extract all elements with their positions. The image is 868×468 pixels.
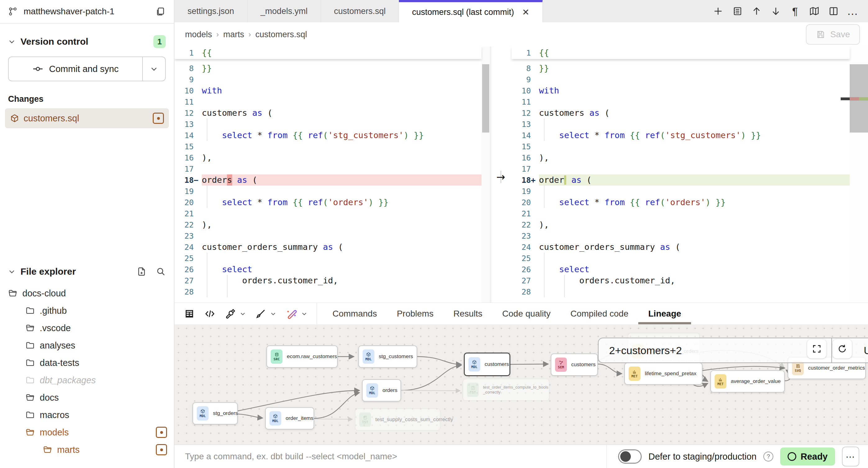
code-line-25[interactable]: 25 — [512, 253, 850, 264]
code-line-9[interactable]: 9 — [512, 74, 850, 85]
panel-tab-compiled-code[interactable]: Compiled code — [560, 303, 638, 324]
help-icon[interactable]: ? — [764, 451, 773, 462]
panel-tab-commands[interactable]: Commands — [322, 303, 387, 324]
panel-tab-problems[interactable]: Problems — [387, 303, 443, 324]
code-line-24[interactable]: 24customer_orders_summary as ( — [175, 242, 482, 253]
breadcrumb-part[interactable]: marts — [223, 30, 244, 39]
code-icon[interactable] — [204, 308, 215, 319]
lineage-canvas[interactable]: SRCecom.raw_customersMDLstg_customersMDL… — [175, 324, 868, 444]
panel-tab-lineage[interactable]: Lineage — [638, 303, 691, 324]
code-line-17[interactable]: 17 — [512, 163, 850, 175]
fullscreen-button[interactable] — [807, 339, 827, 358]
code-line-14[interactable]: 14 select * from {{ ref('stg_customers')… — [512, 130, 850, 141]
code-line-21[interactable]: 21 — [175, 208, 482, 219]
new-tab-icon[interactable] — [711, 4, 725, 18]
code-line-11[interactable]: 11 — [512, 96, 850, 107]
code-line-16[interactable]: 16), — [512, 152, 850, 163]
lineage-node-test-supply-costs[interactable]: TSTtest_supply_costs_sum_correctly — [355, 408, 440, 431]
code-line-18[interactable]: 18−orders as ( — [175, 175, 482, 186]
code-line-15[interactable]: 15 — [512, 141, 850, 152]
code-line-8[interactable]: 8}} — [512, 63, 850, 74]
lineage-node-customers-semantic[interactable]: SEMcustomers — [551, 353, 598, 376]
more-options-icon[interactable]: … — [846, 4, 860, 18]
code-line-12[interactable]: 12customers as ( — [175, 107, 482, 119]
code-line-27[interactable]: 27 orders.customer_id, — [512, 275, 850, 286]
refresh-graph-button[interactable] — [833, 339, 852, 358]
sidebar-item-analyses[interactable]: analyses — [0, 337, 174, 354]
code-line-25[interactable]: 25 — [175, 253, 482, 264]
code-line-23[interactable]: 23 — [175, 230, 482, 242]
commit-options-button[interactable] — [143, 57, 165, 81]
more-actions-button[interactable]: ⋯ — [842, 446, 859, 466]
sidebar-item-docs[interactable]: docs — [0, 389, 174, 406]
sidebar-item-models[interactable]: models — [0, 424, 174, 441]
code-line-14[interactable]: 14 select * from {{ ref('stg_customers')… — [175, 130, 482, 141]
sidebar-item-macros[interactable]: macros — [0, 406, 174, 424]
sidebar-item--vscode[interactable]: .vscode — [0, 319, 174, 337]
lineage-node-stg-customers[interactable]: MDLstg_customers — [358, 345, 417, 368]
code-line-1[interactable]: 1{{ — [512, 46, 850, 59]
lineage-selector-input[interactable] — [598, 338, 831, 363]
code-line-26[interactable]: 26 select — [175, 264, 482, 275]
tab-customers-sql[interactable]: customers.sql — [321, 0, 399, 22]
code-line-19[interactable]: 19 — [512, 186, 850, 197]
code-line-12[interactable]: 12customers as ( — [512, 107, 850, 119]
code-line-22[interactable]: 22), — [512, 219, 850, 230]
apply-diff-arrow-button[interactable]: → — [490, 170, 512, 184]
tab--models-yml[interactable]: _models.yml — [247, 0, 321, 22]
code-line-20[interactable]: 20 select * from {{ ref('orders') }} — [175, 197, 482, 208]
lineage-node-orders-model[interactable]: MDLorders — [362, 379, 401, 402]
chevron-down-icon[interactable] — [270, 311, 276, 317]
format-broom-icon[interactable] — [255, 308, 266, 319]
minimap-icon[interactable] — [807, 4, 822, 18]
lineage-node-test-order-items[interactable]: TSTtest_order_items_compute_to_bools_cor… — [463, 379, 550, 401]
diff-pane-modified[interactable]: 1{{8}}910with1112customers as (1314 sele… — [512, 46, 850, 303]
lineage-node-order-items[interactable]: MDLorder_items — [265, 407, 314, 430]
search-icon[interactable] — [156, 267, 166, 277]
commit-and-sync-button[interactable]: Commit and sync — [9, 57, 143, 81]
code-line-24[interactable]: 24customer_orders_summary as ( — [512, 242, 850, 253]
diff-editor[interactable]: 1{{8}}910with1112customers as (1314 sele… — [175, 46, 868, 303]
panel-tab-results[interactable]: Results — [443, 303, 492, 324]
sidebar-item-docs-cloud[interactable]: docs-cloud — [0, 285, 174, 302]
code-line-28[interactable]: 28 — [512, 286, 850, 297]
code-line-10[interactable]: 10with — [512, 85, 850, 96]
sidebar-item-dbt-packages[interactable]: dbt_packages — [0, 372, 174, 389]
code-line-15[interactable]: 15 — [175, 141, 482, 152]
outline-list-icon[interactable] — [730, 4, 744, 18]
tab-settings-json[interactable]: settings.json — [175, 0, 247, 22]
close-tab-icon[interactable]: ✕ — [522, 7, 529, 18]
code-line-1[interactable]: 1{{ — [175, 46, 482, 59]
lineage-node-average-order-value[interactable]: METaverage_order_value — [710, 370, 785, 393]
new-file-icon[interactable] — [136, 267, 147, 277]
code-line-11[interactable]: 11 — [175, 96, 482, 107]
code-line-20[interactable]: 20 select * from {{ ref('orders') }} — [512, 197, 850, 208]
code-line-13[interactable]: 13 — [512, 119, 850, 130]
code-line-17[interactable]: 17 — [175, 163, 482, 175]
code-line-8[interactable]: 8}} — [175, 63, 482, 74]
tab-customers-sql-last-commit-[interactable]: customers.sql (last commit)✕ — [399, 0, 542, 22]
chevron-down-icon[interactable] — [301, 311, 307, 317]
lineage-node-stg-orders[interactable]: MDLstg_orders — [192, 402, 238, 425]
defer-toggle[interactable] — [618, 449, 642, 464]
code-line-16[interactable]: 16), — [175, 152, 482, 163]
code-line-27[interactable]: 27 orders.customer_id, — [175, 275, 482, 286]
build-wrench-icon[interactable] — [225, 308, 236, 319]
lineage-node-ecom-raw-customers[interactable]: SRCecom.raw_customers — [266, 345, 338, 368]
changed-file-row[interactable]: customers.sql — [5, 108, 169, 128]
code-line-19[interactable]: 19 — [175, 186, 482, 197]
command-input[interactable] — [185, 451, 596, 462]
arrow-up-icon[interactable] — [749, 4, 764, 18]
code-line-18[interactable]: 18+order as ( — [512, 175, 850, 186]
diff-overview-ruler[interactable] — [850, 46, 868, 303]
copy-icon[interactable] — [155, 6, 166, 17]
panel-tab-code-quality[interactable]: Code quality — [492, 303, 561, 324]
code-line-13[interactable]: 13 — [175, 119, 482, 130]
version-control-header[interactable]: Version control 1 — [0, 34, 174, 49]
results-table-icon[interactable] — [184, 308, 195, 319]
sidebar-item-data-tests[interactable]: data-tests — [0, 354, 174, 372]
lineage-node-customers-model[interactable]: MDLcustomers — [464, 352, 510, 376]
ai-fix-wand-icon[interactable] — [286, 308, 298, 320]
sidebar-item-marts[interactable]: marts — [0, 441, 174, 458]
code-line-23[interactable]: 23 — [512, 230, 850, 242]
